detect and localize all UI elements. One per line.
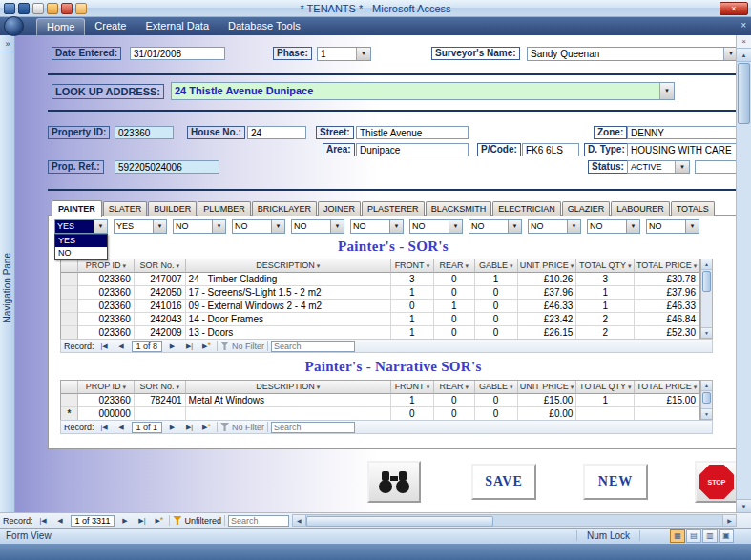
combo-dropdown-icon[interactable]: ▼ xyxy=(330,220,344,233)
status-combo[interactable]: ACTIVE ▼ xyxy=(627,160,690,174)
trade-flag-combo-6[interactable]: NO▼ xyxy=(350,219,404,234)
dropdown-option-yes[interactable]: YES xyxy=(55,235,107,247)
column-header-front[interactable]: FRONT▾ xyxy=(391,259,434,273)
scroll-up-icon[interactable]: ▲ xyxy=(701,259,712,270)
combo-dropdown-icon[interactable]: ▼ xyxy=(153,220,166,233)
trade-tab-electrician[interactable]: ELECTRICIAN xyxy=(492,201,561,216)
trade-flag-combo-4[interactable]: NO▼ xyxy=(232,219,285,234)
prop-ref-input[interactable] xyxy=(115,160,219,174)
combo-dropdown-icon[interactable]: ▼ xyxy=(626,220,639,233)
row-selector[interactable] xyxy=(61,326,78,340)
column-header-rear[interactable]: REAR▾ xyxy=(434,381,475,394)
scroll-up-icon[interactable]: ▲ xyxy=(701,381,712,391)
filter-icon[interactable] xyxy=(220,342,229,350)
scroll-left-icon[interactable]: ◀ xyxy=(292,514,306,527)
trade-flag-combo-2[interactable]: YES▼ xyxy=(114,219,167,234)
ribbon-tab-external-data[interactable]: External Data xyxy=(136,17,219,35)
previous-record-button[interactable]: ◀ xyxy=(115,341,129,351)
trade-tab-joiner[interactable]: JOINER xyxy=(318,201,361,216)
column-header-unit-price[interactable]: UNIT PRICE▾ xyxy=(518,381,577,394)
delete-icon[interactable] xyxy=(61,3,73,14)
table-row[interactable]: 023360782401Metal At Windows100£15.001£1… xyxy=(61,394,699,407)
surveyor-dropdown-icon[interactable]: ▼ xyxy=(723,48,736,60)
application-icon[interactable] xyxy=(4,3,15,14)
table-row[interactable]: 02336024200913 - Doors100£26.152£52.30 xyxy=(61,326,699,340)
trade-tab-builder[interactable]: BUILDER xyxy=(148,201,197,216)
datasheet-view-icon[interactable]: ▤ xyxy=(686,529,701,543)
row-selector[interactable] xyxy=(61,313,78,326)
record-search-input[interactable] xyxy=(228,515,289,527)
horizontal-scrollbar-track[interactable] xyxy=(306,514,722,527)
next-record-button[interactable]: ▶ xyxy=(117,515,132,526)
ribbon-tab-home[interactable]: Home xyxy=(36,18,85,35)
stop-button[interactable]: STOP xyxy=(695,461,736,503)
design-view-icon[interactable]: ▣ xyxy=(719,529,734,543)
surveyor-combo[interactable]: Sandy Queenan ▼ xyxy=(527,47,736,61)
next-record-button[interactable]: ▶ xyxy=(165,341,179,351)
column-header-gable[interactable]: GABLE▾ xyxy=(475,259,518,273)
status-extra-box[interactable] xyxy=(695,160,736,174)
print-icon[interactable] xyxy=(32,3,44,14)
record-search-input[interactable] xyxy=(271,422,355,433)
combo-dropdown-icon[interactable]: ▼ xyxy=(567,220,580,233)
column-header-total-price[interactable]: TOTAL PRICE▾ xyxy=(635,259,699,273)
column-header-description[interactable]: DESCRIPTION▾ xyxy=(186,381,391,394)
new-button[interactable]: NEW xyxy=(583,464,648,500)
last-record-button[interactable]: ▶| xyxy=(182,422,197,432)
previous-record-button[interactable]: ◀ xyxy=(53,515,68,526)
scrollbar-thumb[interactable] xyxy=(702,271,711,292)
horizontal-scrollbar-thumb[interactable] xyxy=(306,516,493,527)
scroll-up-icon[interactable]: ▲ xyxy=(737,49,751,62)
trade-tab-plasterer[interactable]: PLASTERER xyxy=(362,201,425,216)
select-all-cell[interactable] xyxy=(61,381,78,394)
trade-flag-combo-8[interactable]: NO▼ xyxy=(469,219,522,234)
column-header-unit-price[interactable]: UNIT PRICE▾ xyxy=(518,259,577,273)
row-selector[interactable] xyxy=(61,394,78,407)
folder-icon[interactable] xyxy=(75,3,87,14)
previous-record-button[interactable]: ◀ xyxy=(115,422,129,432)
last-record-button[interactable]: ▶| xyxy=(182,341,197,351)
new-record-button[interactable]: ▶* xyxy=(199,422,214,432)
table-row[interactable]: 02336024204314 - Door Frames100£23.422£4… xyxy=(61,313,699,326)
save-button[interactable]: SAVE xyxy=(471,464,536,500)
zone-input[interactable] xyxy=(627,126,736,139)
row-selector[interactable]: * xyxy=(61,407,78,421)
table-row[interactable]: 02336024700724 - Timber Cladding301£10.2… xyxy=(61,273,699,286)
column-header-sor-no[interactable]: SOR No.▾ xyxy=(135,381,186,394)
property-id-input[interactable] xyxy=(115,126,174,139)
horizontal-scrollbar[interactable]: ◀ ▶ xyxy=(292,514,737,528)
trade-tab-totals[interactable]: TOTALS xyxy=(671,201,715,216)
save-icon[interactable] xyxy=(18,3,30,14)
combo-dropdown-icon[interactable]: ▼ xyxy=(212,220,225,233)
table-row[interactable]: *000000000£0.00 xyxy=(61,407,699,421)
column-header-sor-no[interactable]: SOR No.▾ xyxy=(135,259,186,273)
combo-dropdown-icon[interactable]: ▼ xyxy=(685,220,699,233)
filter-icon[interactable] xyxy=(220,423,229,431)
trade-tab-slater[interactable]: SLATER xyxy=(103,201,147,216)
house-no-input[interactable] xyxy=(247,126,306,139)
first-record-button[interactable]: |◀ xyxy=(36,515,51,526)
combo-dropdown-icon[interactable]: ▼ xyxy=(449,220,462,233)
column-header-gable[interactable]: GABLE▾ xyxy=(475,381,518,394)
trade-flag-combo-3[interactable]: NO▼ xyxy=(173,219,226,234)
trade-flag-combo-10[interactable]: NO▼ xyxy=(587,219,640,234)
column-header-total-qty[interactable]: TOTAL QTY▾ xyxy=(576,381,635,394)
column-header-description[interactable]: DESCRIPTION▾ xyxy=(186,259,391,273)
form-view-icon[interactable]: ▦ xyxy=(670,529,685,543)
close-form-icon[interactable]: × xyxy=(737,35,751,49)
new-record-button[interactable]: ▶* xyxy=(199,341,214,351)
status-dropdown-icon[interactable]: ▼ xyxy=(675,161,689,173)
dwelling-type-input[interactable] xyxy=(627,143,736,156)
ribbon-tab-database-tools[interactable]: Database Tools xyxy=(219,17,310,35)
phase-dropdown-icon[interactable]: ▼ xyxy=(356,48,370,60)
scroll-down-icon[interactable]: ▼ xyxy=(737,499,751,512)
find-button[interactable] xyxy=(367,461,421,503)
close-database-window-icon[interactable]: × xyxy=(741,20,746,31)
combo-dropdown-icon[interactable]: ▼ xyxy=(94,220,107,233)
phase-combo[interactable]: 1 ▼ xyxy=(317,47,371,61)
sor-table-scrollbar[interactable]: ▲ ▼ xyxy=(700,259,713,339)
combo-dropdown-icon[interactable]: ▼ xyxy=(271,220,284,233)
trade-tab-plumber[interactable]: PLUMBER xyxy=(198,201,251,216)
column-header-front[interactable]: FRONT▾ xyxy=(391,381,434,394)
trade-tab-labourer[interactable]: LABOURER xyxy=(611,201,670,216)
